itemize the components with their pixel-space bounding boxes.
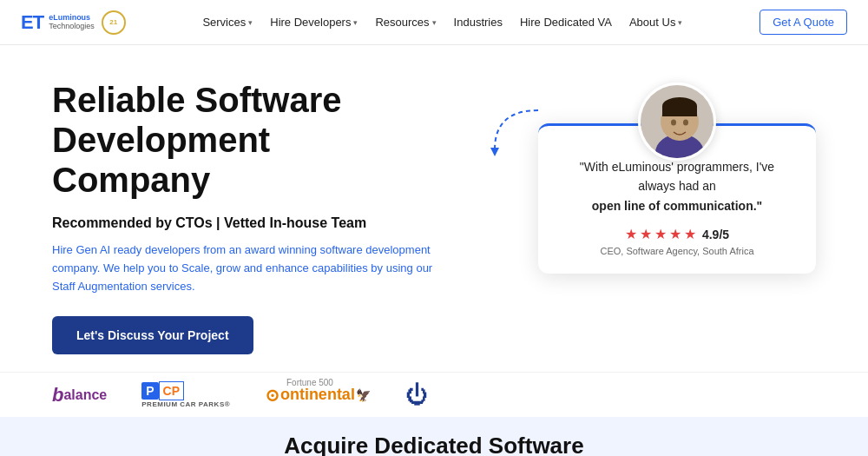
- nav-item-services[interactable]: Services ▾: [195, 10, 260, 34]
- client-logo-pcp: P CP PREMIUM CAR PARKS®: [141, 381, 230, 408]
- hero-title: Reliable Software Development Company: [52, 80, 434, 200]
- star-icon: ★: [625, 226, 637, 242]
- avatar-image: [641, 85, 716, 161]
- logo-badge: 21: [102, 10, 126, 35]
- clients-strip: Fortune 500 b alance P CP PREMIUM CAR PA…: [0, 372, 868, 417]
- testimonial-section: "With eLuminous' programmers, I've alway…: [538, 80, 816, 274]
- hero-description: Hire Gen AI ready developers from an awa…: [52, 241, 434, 295]
- testimonial-card: "With eLuminous' programmers, I've alway…: [538, 123, 816, 274]
- bottom-title: Acquire Dedicated Software: [52, 433, 816, 456]
- star-rating: ★ ★ ★ ★ ★ 4.9/5: [562, 226, 792, 242]
- nav-item-hire-va[interactable]: Hire Dedicated VA: [513, 10, 619, 34]
- testimonial-attribution: CEO, Software Agency, South Africa: [562, 246, 792, 256]
- star-icon: ★: [640, 226, 652, 242]
- hero-section: Reliable Software Development Company Re…: [0, 45, 868, 372]
- svg-marker-0: [490, 148, 499, 156]
- svg-point-7: [683, 120, 688, 126]
- cta-button[interactable]: Let's Discuss Your Project: [52, 316, 253, 354]
- logo-area: ET eLuminous Technologies 21: [21, 10, 126, 35]
- nav-item-industries[interactable]: Industries: [447, 10, 510, 34]
- testimonial-text: "With eLuminous' programmers, I've alway…: [562, 157, 792, 215]
- nav-links: Services ▾ Hire Developers ▾ Resources ▾…: [195, 10, 689, 34]
- logo-company-sub: Technologies: [49, 23, 95, 31]
- chevron-down-icon: ▾: [248, 18, 253, 27]
- fortune-label: Fortune 500: [286, 378, 333, 387]
- hero-content-left: Reliable Software Development Company Re…: [52, 80, 434, 354]
- get-quote-button[interactable]: Get A Quote: [760, 10, 847, 35]
- client-logo-balance: b alance: [52, 384, 107, 406]
- star-icon: ★: [684, 226, 696, 242]
- logo-et-text: ET: [21, 11, 43, 34]
- chevron-down-icon: ▾: [678, 18, 682, 27]
- chevron-down-icon: ▾: [353, 18, 358, 27]
- hero-subtitle: Recommended by CTOs | Vetted In-house Te…: [52, 215, 434, 231]
- hero-desc-link: you: [148, 261, 166, 274]
- nav-item-about-us[interactable]: About Us ▾: [622, 10, 689, 34]
- navbar: ET eLuminous Technologies 21 Services ▾ …: [0, 0, 868, 45]
- client-logo-continental: ⊙ ontinental 🦅: [265, 385, 371, 406]
- nav-item-hire-developers[interactable]: Hire Developers ▾: [263, 10, 365, 34]
- chevron-down-icon: ▾: [432, 18, 437, 27]
- logo: ET eLuminous Technologies: [21, 11, 95, 34]
- nav-item-resources[interactable]: Resources ▾: [368, 10, 443, 34]
- avatar: [638, 83, 716, 161]
- svg-point-6: [671, 120, 676, 126]
- rating-value: 4.9/5: [702, 228, 729, 241]
- svg-rect-5: [662, 106, 697, 116]
- star-icon: ★: [669, 226, 681, 242]
- client-logo-ub: ⏻: [405, 381, 428, 408]
- bottom-section: Acquire Dedicated Software: [0, 417, 868, 456]
- star-icon: ★: [654, 226, 667, 242]
